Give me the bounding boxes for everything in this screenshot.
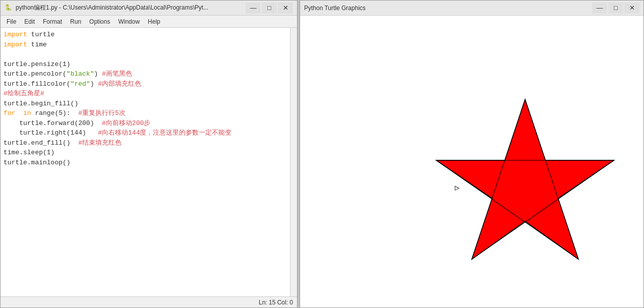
menu-window[interactable]: Window: [114, 16, 144, 27]
code-area: import turtle import time turtle.pensize…: [1, 28, 297, 296]
editor-maximize-button[interactable]: □: [262, 3, 277, 14]
editor-minimize-button[interactable]: —: [246, 3, 261, 14]
status-bar: Ln: 15 Col: 0: [1, 296, 297, 307]
menu-options[interactable]: Options: [85, 16, 114, 27]
turtle-maximize-button[interactable]: □: [608, 3, 623, 14]
menu-format[interactable]: Format: [39, 16, 66, 27]
editor-window: 🐍 python编程1.py - C:\Users\Administrator\…: [0, 0, 298, 308]
turtle-canvas: [300, 16, 643, 307]
svg-marker-6: [455, 186, 459, 190]
menu-file[interactable]: File: [3, 16, 20, 27]
menu-run[interactable]: Run: [66, 16, 85, 27]
code-scrollbar[interactable]: [290, 28, 297, 296]
turtle-window: Python Turtle Graphics — □ ✕: [300, 0, 644, 308]
turtle-minimize-button[interactable]: —: [592, 3, 607, 14]
status-text: Ln: 15 Col: 0: [259, 299, 293, 306]
editor-title-bar: 🐍 python编程1.py - C:\Users\Administrator\…: [1, 1, 297, 16]
turtle-cursor: [455, 186, 459, 190]
turtle-drawing: [300, 16, 643, 307]
code-editor[interactable]: import turtle import time turtle.pensize…: [1, 28, 290, 296]
menu-help[interactable]: Help: [144, 16, 164, 27]
editor-menu-bar: File Edit Format Run Options Window Help: [1, 16, 297, 28]
editor-app-icon: 🐍: [5, 4, 13, 12]
turtle-title: Python Turtle Graphics: [304, 5, 592, 12]
menu-edit[interactable]: Edit: [20, 16, 39, 27]
turtle-close-button[interactable]: ✕: [624, 3, 639, 14]
turtle-title-bar: Python Turtle Graphics — □ ✕: [300, 1, 643, 16]
turtle-window-controls: — □ ✕: [592, 3, 639, 14]
editor-title: python编程1.py - C:\Users\Administrator\Ap…: [16, 4, 246, 12]
editor-close-button[interactable]: ✕: [278, 3, 293, 14]
editor-window-controls: — □ ✕: [246, 3, 293, 14]
svg-marker-0: [436, 99, 614, 259]
